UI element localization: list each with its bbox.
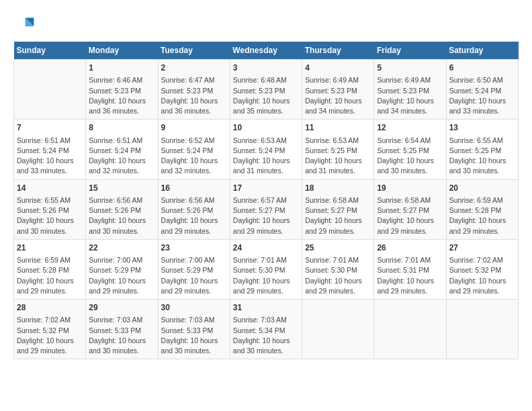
calendar-cell: 14Sunrise: 6:55 AM Sunset: 5:26 PM Dayli…	[14, 179, 86, 239]
day-number: 30	[161, 302, 227, 314]
day-number: 22	[89, 242, 154, 254]
calendar-cell: 8Sunrise: 6:51 AM Sunset: 5:24 PM Daylig…	[86, 120, 158, 179]
calendar-cell: 10Sunrise: 6:53 AM Sunset: 5:24 PM Dayli…	[230, 120, 302, 179]
calendar-cell: 5Sunrise: 6:49 AM Sunset: 5:23 PM Daylig…	[374, 60, 446, 120]
calendar-cell: 31Sunrise: 7:03 AM Sunset: 5:34 PM Dayli…	[230, 300, 302, 359]
calendar-table: SundayMondayTuesdayWednesdayThursdayFrid…	[13, 42, 519, 359]
day-number: 14	[17, 183, 83, 194]
day-number: 19	[377, 183, 443, 194]
calendar-cell	[446, 300, 518, 359]
day-number: 16	[161, 183, 227, 194]
day-info: Sunrise: 6:58 AM Sunset: 5:27 PM Dayligh…	[377, 195, 443, 236]
day-number: 27	[449, 242, 515, 254]
calendar-cell: 17Sunrise: 6:57 AM Sunset: 5:27 PM Dayli…	[230, 179, 302, 239]
weekday-header-wednesday: Wednesday	[230, 42, 302, 60]
calendar-week-row: 1Sunrise: 6:46 AM Sunset: 5:23 PM Daylig…	[14, 60, 519, 120]
weekday-header-monday: Monday	[86, 42, 158, 60]
day-number: 4	[305, 62, 371, 74]
calendar-cell: 19Sunrise: 6:58 AM Sunset: 5:27 PM Dayli…	[374, 179, 446, 239]
calendar-cell: 1Sunrise: 6:46 AM Sunset: 5:23 PM Daylig…	[86, 60, 158, 120]
calendar-cell: 22Sunrise: 7:00 AM Sunset: 5:29 PM Dayli…	[86, 239, 158, 299]
day-number: 9	[161, 122, 227, 134]
day-info: Sunrise: 6:49 AM Sunset: 5:23 PM Dayligh…	[305, 75, 371, 116]
weekday-header-sunday: Sunday	[14, 42, 86, 60]
day-number: 28	[17, 302, 83, 314]
day-number: 17	[233, 183, 299, 194]
calendar-cell: 7Sunrise: 6:51 AM Sunset: 5:24 PM Daylig…	[14, 120, 86, 179]
weekday-header-tuesday: Tuesday	[158, 42, 230, 60]
day-number: 12	[377, 122, 443, 134]
day-info: Sunrise: 7:00 AM Sunset: 5:29 PM Dayligh…	[89, 255, 154, 296]
day-info: Sunrise: 6:57 AM Sunset: 5:27 PM Dayligh…	[233, 195, 299, 236]
weekday-header-thursday: Thursday	[302, 42, 374, 60]
day-number: 5	[377, 62, 443, 74]
calendar-cell: 29Sunrise: 7:03 AM Sunset: 5:33 PM Dayli…	[86, 300, 158, 359]
weekday-header-friday: Friday	[374, 42, 446, 60]
calendar-cell: 12Sunrise: 6:54 AM Sunset: 5:25 PM Dayli…	[374, 120, 446, 179]
day-info: Sunrise: 6:52 AM Sunset: 5:24 PM Dayligh…	[161, 136, 227, 177]
day-number: 18	[305, 183, 371, 194]
page-header	[13, 13, 519, 35]
calendar-cell: 4Sunrise: 6:49 AM Sunset: 5:23 PM Daylig…	[302, 60, 374, 120]
calendar-cell: 23Sunrise: 7:00 AM Sunset: 5:29 PM Dayli…	[158, 239, 230, 299]
calendar-cell: 6Sunrise: 6:50 AM Sunset: 5:24 PM Daylig…	[446, 60, 518, 120]
day-info: Sunrise: 6:58 AM Sunset: 5:27 PM Dayligh…	[305, 195, 371, 236]
day-info: Sunrise: 6:56 AM Sunset: 5:26 PM Dayligh…	[161, 195, 227, 236]
calendar-cell: 13Sunrise: 6:55 AM Sunset: 5:25 PM Dayli…	[446, 120, 518, 179]
day-number: 10	[233, 122, 299, 134]
day-number: 31	[233, 302, 299, 314]
day-info: Sunrise: 7:02 AM Sunset: 5:32 PM Dayligh…	[17, 315, 83, 356]
calendar-week-row: 21Sunrise: 6:59 AM Sunset: 5:28 PM Dayli…	[14, 239, 519, 299]
day-number: 6	[449, 62, 515, 74]
logo-icon	[13, 13, 35, 35]
day-info: Sunrise: 6:51 AM Sunset: 5:24 PM Dayligh…	[17, 136, 83, 177]
day-info: Sunrise: 6:46 AM Sunset: 5:23 PM Dayligh…	[89, 75, 154, 116]
day-number: 29	[89, 302, 154, 314]
day-info: Sunrise: 7:02 AM Sunset: 5:32 PM Dayligh…	[449, 255, 515, 296]
calendar-cell: 21Sunrise: 6:59 AM Sunset: 5:28 PM Dayli…	[14, 239, 86, 299]
calendar-cell: 18Sunrise: 6:58 AM Sunset: 5:27 PM Dayli…	[302, 179, 374, 239]
day-info: Sunrise: 6:48 AM Sunset: 5:23 PM Dayligh…	[233, 75, 299, 116]
calendar-cell: 24Sunrise: 7:01 AM Sunset: 5:30 PM Dayli…	[230, 239, 302, 299]
day-number: 21	[17, 242, 83, 254]
day-number: 20	[449, 183, 515, 194]
logo	[13, 13, 38, 35]
day-info: Sunrise: 6:50 AM Sunset: 5:24 PM Dayligh…	[449, 75, 515, 116]
day-info: Sunrise: 6:47 AM Sunset: 5:23 PM Dayligh…	[161, 75, 227, 116]
day-info: Sunrise: 6:59 AM Sunset: 5:28 PM Dayligh…	[17, 255, 83, 296]
day-info: Sunrise: 7:03 AM Sunset: 5:34 PM Dayligh…	[233, 315, 299, 356]
day-number: 1	[89, 62, 154, 74]
calendar-week-row: 7Sunrise: 6:51 AM Sunset: 5:24 PM Daylig…	[14, 120, 519, 179]
day-info: Sunrise: 7:01 AM Sunset: 5:30 PM Dayligh…	[233, 255, 299, 296]
day-number: 26	[377, 242, 443, 254]
calendar-cell: 27Sunrise: 7:02 AM Sunset: 5:32 PM Dayli…	[446, 239, 518, 299]
calendar-week-row: 28Sunrise: 7:02 AM Sunset: 5:32 PM Dayli…	[14, 300, 519, 359]
calendar-cell: 15Sunrise: 6:56 AM Sunset: 5:26 PM Dayli…	[86, 179, 158, 239]
day-info: Sunrise: 7:00 AM Sunset: 5:29 PM Dayligh…	[161, 255, 227, 296]
day-info: Sunrise: 6:59 AM Sunset: 5:28 PM Dayligh…	[449, 195, 515, 236]
day-info: Sunrise: 6:53 AM Sunset: 5:24 PM Dayligh…	[233, 136, 299, 177]
day-info: Sunrise: 7:01 AM Sunset: 5:30 PM Dayligh…	[305, 255, 371, 296]
day-number: 23	[161, 242, 227, 254]
calendar-cell: 3Sunrise: 6:48 AM Sunset: 5:23 PM Daylig…	[230, 60, 302, 120]
day-number: 11	[305, 122, 371, 134]
calendar-week-row: 14Sunrise: 6:55 AM Sunset: 5:26 PM Dayli…	[14, 179, 519, 239]
calendar-cell: 11Sunrise: 6:53 AM Sunset: 5:25 PM Dayli…	[302, 120, 374, 179]
day-info: Sunrise: 6:56 AM Sunset: 5:26 PM Dayligh…	[89, 195, 154, 236]
day-number: 2	[161, 62, 227, 74]
day-info: Sunrise: 6:49 AM Sunset: 5:23 PM Dayligh…	[377, 75, 443, 116]
day-info: Sunrise: 6:54 AM Sunset: 5:25 PM Dayligh…	[377, 136, 443, 177]
calendar-cell: 9Sunrise: 6:52 AM Sunset: 5:24 PM Daylig…	[158, 120, 230, 179]
day-info: Sunrise: 6:53 AM Sunset: 5:25 PM Dayligh…	[305, 136, 371, 177]
day-number: 7	[17, 122, 83, 134]
calendar-cell: 16Sunrise: 6:56 AM Sunset: 5:26 PM Dayli…	[158, 179, 230, 239]
day-number: 15	[89, 183, 154, 194]
weekday-header-saturday: Saturday	[446, 42, 518, 60]
calendar-cell	[302, 300, 374, 359]
calendar-cell: 25Sunrise: 7:01 AM Sunset: 5:30 PM Dayli…	[302, 239, 374, 299]
calendar-cell: 28Sunrise: 7:02 AM Sunset: 5:32 PM Dayli…	[14, 300, 86, 359]
day-info: Sunrise: 7:01 AM Sunset: 5:31 PM Dayligh…	[377, 255, 443, 296]
calendar-cell: 30Sunrise: 7:03 AM Sunset: 5:33 PM Dayli…	[158, 300, 230, 359]
day-info: Sunrise: 7:03 AM Sunset: 5:33 PM Dayligh…	[89, 315, 154, 356]
day-info: Sunrise: 6:55 AM Sunset: 5:25 PM Dayligh…	[449, 136, 515, 177]
